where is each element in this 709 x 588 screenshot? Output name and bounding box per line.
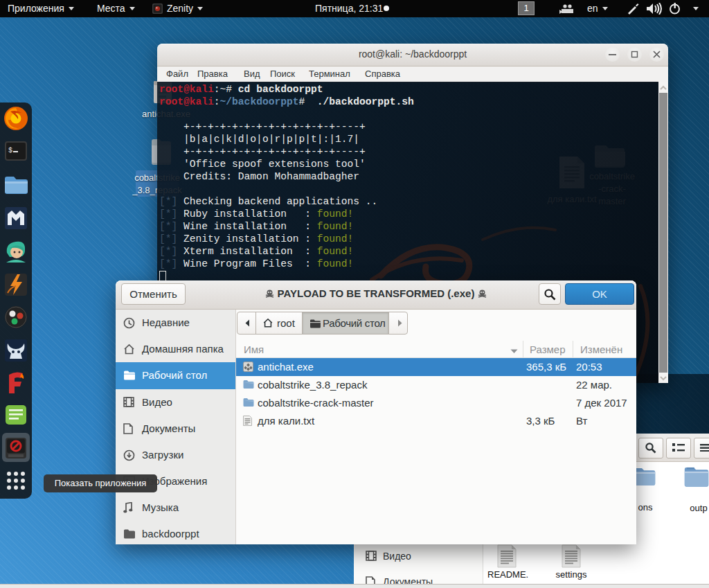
svg-text:$: $: [8, 147, 12, 154]
